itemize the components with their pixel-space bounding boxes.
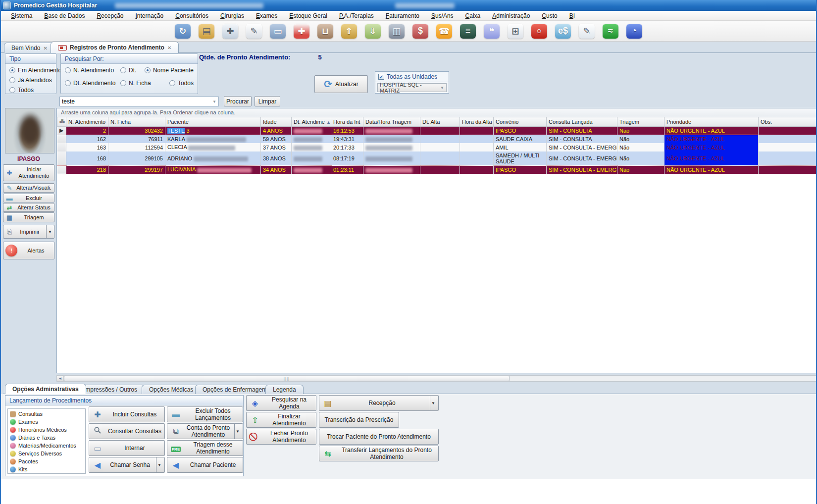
menu-faturamento[interactable]: Faturamento [380,11,425,20]
trocar-paciente-button[interactable]: Trocar Paciente do Pronto Atendimento [319,429,439,445]
scroll-left-icon[interactable]: ◄ [57,376,64,381]
internar-button[interactable]: ▭Internar [89,440,165,456]
col-idade[interactable]: Idade [261,117,292,126]
radio-dt-fim-atendimento[interactable]: Dt. Fim Atendime [120,67,137,74]
col-dt-atendimento[interactable]: Dt. Atendime ▲ [292,117,331,126]
grid-horizontal-scrollbar[interactable]: ◄ |||| [56,375,817,382]
search-input[interactable] [60,98,210,105]
menu-base-de-dados[interactable]: Base de Dados [38,11,91,20]
procurar-button[interactable]: Procurar [224,96,252,106]
chat-icon[interactable]: ❝ [484,24,500,39]
transferir-lancamentos-button[interactable]: ⇆Transferir Lançamentos do Pronto Atendi… [319,446,439,461]
tab-registros-pronto-atendimento[interactable]: Registros de Pronto Atendimento ✕ [51,42,179,53]
radio-n-atendimento[interactable]: N. Atendimento [65,67,112,74]
menu-exames[interactable]: Exames [250,11,283,20]
list-item-diarias[interactable]: Diárias e Taxas [8,434,85,442]
iniciar-atendimento-button[interactable]: ✚ Iniciar Atendimento [3,164,54,181]
col-convenio[interactable]: Convênio [494,117,547,126]
table-row[interactable]: 162 76911 KARLA 59 ANOS 19:43:31 SAUDE C… [57,135,817,143]
menu-pa-terapias[interactable]: P.A./Terapias [333,11,380,20]
col-data-hora-triagem[interactable]: Data/Hora Triagem [363,117,420,126]
excluir-todos-lancamentos-button[interactable]: ▬Excluir Todos Lançamentos [167,406,243,422]
unidade-dropdown[interactable]: HOSPITAL SQL - MATRIZ ▼ [377,83,447,92]
menu-sus-ans[interactable]: Sus/Ans [425,11,460,20]
close-tab-icon[interactable]: ✕ [43,46,47,51]
vitals-monitor-icon[interactable]: ≈ [603,24,618,39]
list-item-materias[interactable]: Materias/Medicamentos [8,442,85,450]
tab-opcoes-administrativas[interactable]: Opções Adminstrativas [5,384,86,394]
contract-icon[interactable]: ✎ [246,24,262,39]
chevron-down-icon[interactable]: ▼ [46,225,52,238]
prescription-icon[interactable]: ✎ [579,24,595,39]
col-prioridade[interactable]: Prioridade [664,117,759,126]
menu-cirurgias[interactable]: Cirurgias [214,11,250,20]
menu-administracao[interactable]: Administração [486,11,536,20]
incluir-consultas-button[interactable]: ✚Incluir Consultas [89,406,165,422]
limpar-button[interactable]: Limpar [255,96,280,106]
col-hora-da-int[interactable]: Hora da Int [331,117,363,126]
col-hora-da-alta[interactable]: Hora da Alta [460,117,494,126]
finalizar-atendimento-button[interactable]: ⇧Finalizar Atendimento [246,412,316,428]
expense-down-icon[interactable]: ⇩ [365,24,381,39]
alterar-visualizar-button[interactable]: ✎ Alterar/Visuali. [3,183,54,193]
col-paciente[interactable]: Paciente [165,117,261,126]
consultar-consultas-button[interactable]: Consultar Consultas [89,423,165,439]
menu-estoque-geral[interactable]: Estoque Geral [283,11,333,20]
invoice-icon[interactable]: ⊞ [508,24,523,39]
radio-todos-pesquisa[interactable]: Todos [169,80,194,87]
radio-em-atendimento[interactable]: Em Atendimento [9,67,52,74]
list-item-kits[interactable]: Kits [8,465,85,473]
list-item-servicos[interactable]: Serviços Diversos [8,450,85,457]
menu-consultorios[interactable]: Consultórios [169,11,214,20]
table-row[interactable]: 168 299105 ADRIANO 38 ANOS 08:17:19 SAME… [57,151,817,165]
tab-opcoes-medicas[interactable]: Opções Médicas [142,385,201,394]
list-item-consultas[interactable]: Consultas [8,410,85,418]
radio-ja-atendidos[interactable]: Já Atendidos [9,77,52,84]
ambulance-icon[interactable]: ✚ [294,24,309,39]
table-row[interactable]: 218 299197 LUCIVANIA 34 ANOS 01:23:11 IP… [57,165,817,174]
col-consulta-lancada[interactable]: Consulta Lançada [547,117,617,126]
col-n-ficha[interactable]: N. Ficha [108,117,165,126]
atualizar-button[interactable]: ⟳ Atualizar [314,75,368,93]
ledger-book-icon[interactable]: ≡ [460,24,476,39]
radio-nome-paciente[interactable]: Nome Paciente [145,67,194,74]
tab-opcoes-enfermagem[interactable]: Opções de Enfermagem [195,385,274,394]
radio-n-ficha[interactable]: N. Ficha [120,80,161,87]
radio-dt-atendimento[interactable]: Dt. Atendimento [65,80,112,87]
todas-as-unidades-checkbox[interactable]: ✔ Todas as Unidades [375,72,449,82]
chamar-senha-button[interactable]: ◀Chamar Senha ▼ [89,457,165,473]
pesquisar-na-agenda-button[interactable]: ◈Pesquisar na Agenda [246,395,316,411]
menu-bi[interactable]: BI [563,11,581,20]
recepcao-button[interactable]: ▤Recepção ▼ [319,395,439,411]
scrollbar-thumb[interactable]: |||| [64,376,510,381]
list-item-honorarios[interactable]: Honorários Médicos [8,426,85,434]
table-row[interactable]: 163 112594 CLECIA 37 ANOS 20:17:33 AMIL … [57,143,817,151]
transcricao-prescricao-button[interactable]: Transcrição da Prescrição [319,412,399,428]
tab-bem-vindo[interactable]: Bem Vindo ✕ [4,43,55,53]
menu-custo[interactable]: Custo [536,11,563,20]
finance-calc-icon[interactable]: $ [412,24,428,39]
tab-legenda[interactable]: Legenda [265,385,304,394]
table-row-selected[interactable]: ▶ 2 302432 TESTE 3 4 ANOS 16:12:53 IPASG… [57,126,817,135]
list-item-exames[interactable]: Exames [8,418,85,426]
col-dt-alta[interactable]: Dt. Alta [420,117,460,126]
imprimir-button[interactable]: ⎘ Imprimir ▼ [3,225,54,239]
menu-caixa[interactable]: Caixa [460,11,487,20]
doctor-icon[interactable]: ✚ [222,24,238,39]
alertas-button[interactable]: ! Alertas [3,242,54,259]
col-n-atendimento[interactable]: N. Atendimento [66,117,108,126]
chevron-down-icon[interactable]: ▼ [156,457,162,472]
chamar-paciente-button[interactable]: ◀Chamar Paciente [167,457,243,473]
e-billing-icon[interactable]: e$ [555,24,571,39]
hospital-bed-icon[interactable]: ▭ [270,24,286,39]
triagem-desse-atendimento-button[interactable]: PRETriagem desse Atendimento [167,440,243,456]
chevron-down-icon[interactable]: ▼ [430,396,436,410]
col-obs[interactable]: Obs. [759,117,817,126]
conta-pronto-atendimento-button[interactable]: ⧉Conta do Pronto Atendimento ▼ [167,423,243,439]
chevron-down-icon[interactable]: ▼ [210,100,218,104]
shutdown-icon[interactable]: ○ [531,24,547,39]
menu-recepcao[interactable]: Recepção [91,11,129,20]
radio-todos-tipo[interactable]: Todos [9,87,52,94]
refresh-users-icon[interactable]: ↻ [175,24,191,39]
triagem-button[interactable]: ▦ Triagem [3,212,54,222]
